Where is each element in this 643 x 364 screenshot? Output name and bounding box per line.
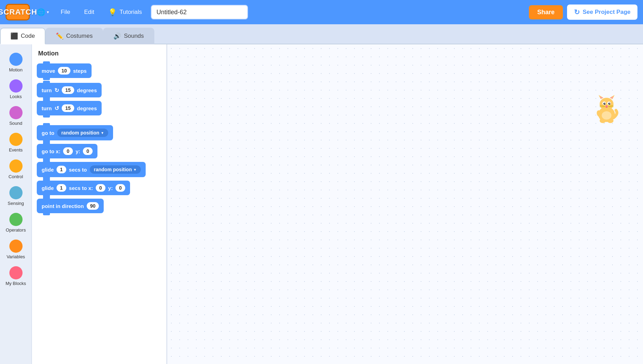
operators-dot — [9, 213, 23, 226]
block-dropdown-goto[interactable]: random position — [57, 129, 109, 137]
refresh-icon: ↻ — [574, 8, 580, 16]
sidebar-item-events[interactable]: Events — [0, 129, 32, 156]
cw-icon: ↻ — [54, 87, 59, 94]
control-dot — [9, 159, 23, 173]
globe-icon: 🌐 — [37, 8, 45, 16]
sidebar-item-sensing[interactable]: Sensing — [0, 183, 32, 209]
costumes-tab-icon: ✏️ — [56, 32, 63, 40]
block-val-ccw[interactable]: 15 — [62, 104, 74, 112]
tab-bar: ⬛ Code ✏️ Costumes 🔊 Sounds — [0, 24, 643, 44]
block-val-x2[interactable]: 0 — [96, 184, 105, 192]
svg-point-20 — [602, 111, 611, 120]
block-val-y1[interactable]: 0 — [83, 147, 93, 155]
chevron-down-icon: ▾ — [47, 10, 49, 15]
sidebar-item-variables[interactable]: Variables — [0, 236, 32, 263]
sidebar-label-variables: Variables — [7, 254, 25, 259]
svg-point-8 — [603, 103, 606, 105]
bulb-icon: 💡 — [108, 8, 117, 16]
svg-point-1 — [600, 98, 614, 110]
blocks-list: move 10 steps turn ↻ 15 degrees turn ↺ 1… — [32, 61, 166, 364]
block-val-cw[interactable]: 15 — [62, 86, 74, 94]
block-point-direction[interactable]: point in direction 90 — [37, 199, 104, 213]
sidebar-item-sound[interactable]: Sound — [0, 103, 32, 129]
sidebar-label-operators: Operators — [6, 227, 26, 233]
project-name-input[interactable] — [151, 5, 248, 19]
block-move-steps[interactable]: move 10 steps — [37, 63, 92, 78]
block-text: degrees — [77, 105, 97, 111]
block-turn-ccw[interactable]: turn ↺ 15 degrees — [37, 101, 102, 115]
block-glide-to[interactable]: glide 1 secs to random position — [37, 162, 146, 177]
code-tab-label: Code — [21, 33, 35, 40]
ccw-icon: ↺ — [54, 105, 59, 112]
block-text: y: — [76, 148, 80, 154]
share-button[interactable]: Share — [529, 5, 563, 19]
svg-point-11 — [609, 103, 610, 104]
sensing-dot — [9, 186, 23, 199]
my-blocks-dot — [9, 266, 23, 279]
sidebar-item-control[interactable]: Control — [0, 156, 32, 183]
sidebar-item-operators[interactable]: Operators — [0, 209, 32, 236]
block-text: y: — [108, 185, 113, 191]
block-val-glide1[interactable]: 1 — [57, 166, 66, 173]
block-text: go to — [42, 130, 54, 136]
tab-code[interactable]: ⬛ Code — [0, 28, 45, 44]
code-canvas[interactable] — [167, 44, 643, 364]
sidebar-label-sensing: Sensing — [8, 201, 24, 206]
block-text: turn — [42, 87, 52, 93]
block-text: glide — [42, 167, 54, 173]
block-val-steps[interactable]: 10 — [58, 67, 70, 75]
block-val-y2[interactable]: 0 — [115, 184, 125, 192]
block-go-to[interactable]: go to random position — [37, 125, 113, 140]
sidebar: Motion Looks Sound Events Control Sensin… — [0, 44, 32, 364]
block-text: steps — [73, 68, 87, 74]
header: SCRATCH 🌐 ▾ File Edit 💡 Tutorials Share … — [0, 0, 643, 24]
sidebar-label-control: Control — [9, 174, 23, 179]
block-glide-to-xy[interactable]: glide 1 secs to x: 0 y: 0 — [37, 181, 130, 195]
block-spacer-1 — [37, 119, 162, 122]
block-text: move — [42, 68, 55, 74]
code-tab-icon: ⬛ — [10, 32, 18, 40]
svg-point-9 — [608, 103, 610, 105]
block-text: secs to — [69, 167, 87, 173]
looks-dot — [9, 79, 23, 93]
block-text: turn — [42, 105, 52, 111]
main-area: Motion Looks Sound Events Control Sensin… — [0, 44, 643, 364]
sidebar-item-my-blocks[interactable]: My Blocks — [0, 263, 32, 289]
svg-point-10 — [605, 103, 605, 104]
file-menu-button[interactable]: File — [56, 7, 75, 18]
tutorials-label: Tutorials — [120, 9, 142, 16]
block-go-to-xy[interactable]: go to x: 0 y: 0 — [37, 144, 97, 158]
edit-menu-button[interactable]: Edit — [79, 7, 99, 18]
blocks-panel: Motion move 10 steps turn ↻ 15 degrees t… — [32, 44, 167, 364]
block-val-direction[interactable]: 90 — [87, 202, 99, 210]
tab-costumes[interactable]: ✏️ Costumes — [45, 28, 103, 44]
see-project-label: See Project Page — [583, 9, 631, 16]
variables-dot — [9, 240, 23, 253]
sounds-tab-label: Sounds — [124, 33, 144, 40]
sidebar-item-looks[interactable]: Looks — [0, 76, 32, 103]
see-project-button[interactable]: ↻ See Project Page — [567, 5, 637, 20]
sidebar-label-sound: Sound — [9, 121, 23, 126]
sound-dot — [9, 106, 23, 119]
block-text: go to x: — [42, 148, 60, 154]
block-dropdown-glide[interactable]: random position — [90, 165, 141, 174]
globe-button[interactable]: 🌐 ▾ — [34, 6, 52, 18]
sidebar-label-my-blocks: My Blocks — [6, 281, 26, 286]
block-text: secs to x: — [69, 185, 93, 191]
sidebar-label-motion: Motion — [9, 67, 23, 72]
block-text: glide — [42, 185, 54, 191]
block-turn-cw[interactable]: turn ↻ 15 degrees — [37, 83, 102, 97]
sounds-tab-icon: 🔊 — [113, 32, 121, 40]
block-val-x1[interactable]: 0 — [63, 147, 73, 155]
tutorials-button[interactable]: 💡 Tutorials — [103, 6, 147, 18]
costumes-tab-label: Costumes — [66, 33, 93, 40]
sidebar-item-motion[interactable]: Motion — [0, 49, 32, 76]
block-text: degrees — [77, 87, 97, 93]
sidebar-label-events: Events — [9, 147, 23, 153]
block-val-glide2[interactable]: 1 — [57, 184, 66, 192]
scratch-logo[interactable]: SCRATCH — [6, 4, 30, 20]
tab-sounds[interactable]: 🔊 Sounds — [103, 28, 154, 44]
svg-point-12 — [606, 105, 608, 107]
blocks-panel-title: Motion — [32, 44, 166, 61]
cat-sprite — [591, 93, 622, 124]
